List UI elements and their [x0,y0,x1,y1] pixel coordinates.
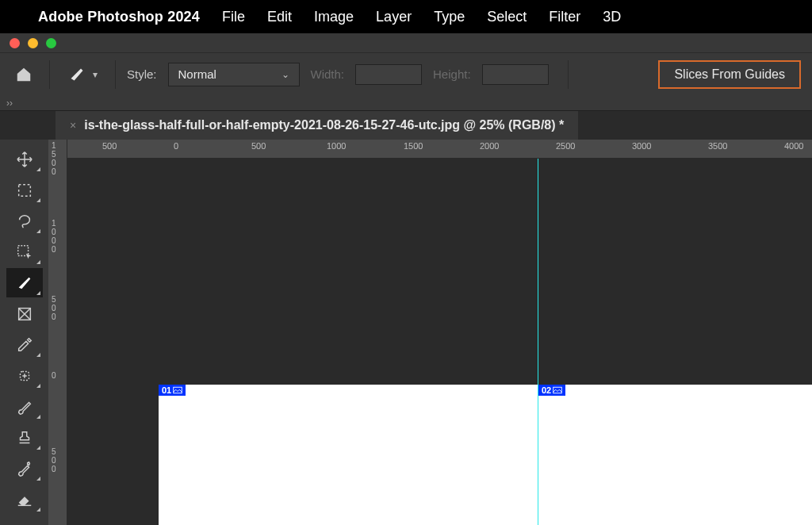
slice-badge-1[interactable]: 01 [159,385,186,396]
slice-tool[interactable] [6,268,43,297]
eyedropper-tool[interactable] [6,330,43,359]
ruler-v-tick: 1500 [52,141,56,176]
menu-3d[interactable]: 3D [603,9,621,25]
menu-type[interactable]: Type [434,9,465,25]
history-brush-tool[interactable] [6,454,43,483]
ruler-h-tick: 3000 [632,141,651,151]
ruler-v-tick: 0 [52,371,56,380]
window-close-icon[interactable] [10,38,20,48]
document-tabs: × is-the-glass-half-full-or-half-empty-2… [0,111,812,140]
canvas[interactable] [159,385,812,525]
canvas-column: 500 0 500 1000 1500 2000 2500 3000 3500 … [67,140,812,525]
chevron-down-icon: ⌄ [282,69,289,80]
quick-select-tool[interactable] [6,237,43,266]
document-title: is-the-glass-half-full-or-half-empty-202… [84,118,564,132]
ruler-h-tick: 500 [102,141,117,151]
lasso-tool[interactable] [6,206,43,236]
image-icon [553,386,562,394]
stamp-tool[interactable] [6,423,43,452]
app-name: Adobe Photoshop 2024 [38,9,200,25]
menu-layer[interactable]: Layer [376,9,412,25]
move-tool[interactable] [6,144,43,174]
width-label: Width: [311,67,345,81]
chevron-down-icon: ▾ [93,69,98,80]
panel-expand-toggle[interactable]: ›› [0,95,812,111]
height-label: Height: [433,67,471,81]
healing-brush-tool[interactable] [6,361,43,390]
current-tool-chip[interactable]: ▾ [61,63,104,86]
menu-file[interactable]: File [222,9,245,25]
separator [568,60,569,89]
brush-tool[interactable] [6,392,43,421]
height-input[interactable] [482,64,549,85]
style-label: Style: [127,67,157,81]
close-tab-icon[interactable]: × [70,119,76,132]
marquee-tool[interactable] [6,175,43,205]
ruler-h-tick: 1500 [404,141,423,151]
window-minimize-icon[interactable] [28,38,38,48]
ruler-v-tick: 1000 [52,219,56,254]
slice-badge-2[interactable]: 02 [538,385,565,396]
guide-vertical[interactable] [538,159,538,525]
ruler-v-tick: 500 [52,295,56,321]
separator [115,60,116,89]
ruler-vertical[interactable]: 1500 1000 500 0 500 [48,140,67,525]
style-select[interactable]: Normal ⌄ [168,63,300,86]
frame-tool[interactable] [6,299,43,328]
document-tab[interactable]: × is-the-glass-half-full-or-half-empty-2… [56,111,578,140]
width-input[interactable] [355,64,422,85]
style-value: Normal [178,67,216,81]
svg-rect-5 [553,387,562,393]
workspace: 1500 1000 500 0 500 500 0 500 1000 1500 … [0,140,812,525]
ruler-h-tick: 4000 [784,141,803,151]
menu-edit[interactable]: Edit [267,9,292,25]
ruler-h-tick: 500 [251,141,266,151]
ruler-h-tick: 2500 [556,141,575,151]
ruler-horizontal[interactable]: 500 0 500 1000 1500 2000 2500 3000 3500 … [67,140,812,159]
ruler-h-tick: 3500 [708,141,727,151]
ruler-h-tick: 2000 [480,141,499,151]
slice-tool-icon [67,67,86,82]
home-button[interactable] [10,60,38,89]
ruler-v-tick: 500 [52,447,56,473]
image-icon [173,386,182,394]
svg-rect-0 [18,184,30,196]
menu-image[interactable]: Image [314,9,354,25]
ruler-h-tick: 1000 [327,141,346,151]
toolbox [0,140,48,525]
home-icon [15,66,33,83]
svg-rect-4 [174,387,182,393]
menu-filter[interactable]: Filter [549,9,580,25]
window-zoom-icon[interactable] [46,38,56,48]
ruler-h-tick: 0 [174,141,178,151]
mac-menubar: Adobe Photoshop 2024 File Edit Image Lay… [0,0,812,33]
separator [49,60,50,89]
window-titlebar [0,33,812,52]
slices-from-guides-button[interactable]: Slices From Guides [658,60,801,89]
menu-select[interactable]: Select [487,9,527,25]
options-bar: ▾ Style: Normal ⌄ Width: Height: Slices … [0,52,812,95]
eraser-tool[interactable] [6,485,43,514]
canvas-area[interactable]: 01 02 [67,159,812,525]
app-window: ▾ Style: Normal ⌄ Width: Height: Slices … [0,33,812,525]
